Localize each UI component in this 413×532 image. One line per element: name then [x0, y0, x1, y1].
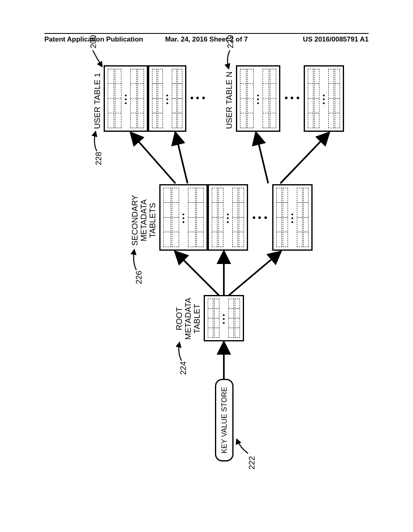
header-left: Patent Application Publication — [44, 35, 152, 44]
user-table-n-tablet-a: ••• — [236, 65, 280, 132]
user-table-1-vdots: ••• — [189, 94, 206, 102]
user-table-1-tablet-a: ••• — [104, 65, 148, 132]
user-table-n-label: USER TABLE N — [225, 71, 234, 129]
svg-line-3 — [229, 252, 280, 295]
user-table-1-tablet-b: ••• — [148, 65, 186, 132]
root-metadata-label: ROOT METADATA TABLET — [175, 298, 201, 340]
svg-line-6 — [256, 133, 268, 183]
secondary-tablet-2: ••• — [208, 184, 248, 251]
svg-line-7 — [280, 133, 329, 183]
figure-2: KEY VALUE STORE 222 ROOT METADATA TABLET… — [0, 103, 401, 429]
user-table-n-vdots: ••• — [284, 94, 301, 102]
connections-svg — [0, 103, 401, 429]
header-right: US 2016/0085791 A1 — [261, 35, 369, 44]
svg-line-4 — [131, 133, 175, 183]
root-metadata-tablet: ••• — [204, 295, 244, 341]
secondary-tablet-3: ••• — [272, 184, 313, 251]
svg-line-1 — [175, 252, 219, 295]
key-value-store-label: KEY VALUE STORE — [220, 387, 229, 453]
secondary-tablet-1: ••• — [159, 184, 208, 251]
key-value-store-box: KEY VALUE STORE — [215, 379, 234, 461]
ref-222: 222 — [247, 456, 256, 470]
ref-229: 229 — [226, 35, 235, 48]
user-table-1-label: USER TABLE 1 — [93, 73, 102, 129]
ref-226: 226 — [134, 271, 143, 284]
secondary-metadata-label: SECONDARY METADATA TABLETS — [130, 195, 157, 246]
ref-200: 200 — [89, 35, 98, 48]
svg-line-5 — [175, 133, 188, 183]
figure-caption: FIG. 2 — [411, 409, 413, 445]
header-center: Mar. 24, 2016 Sheet 2 of 7 — [152, 35, 261, 44]
secondary-vdots: ••• — [251, 214, 269, 222]
ref-228: 228 — [94, 152, 103, 165]
page: Patent Application Publication Mar. 24, … — [0, 0, 413, 532]
ref-224: 224 — [179, 362, 188, 375]
user-table-n-tablet-b: ••• — [304, 65, 344, 132]
